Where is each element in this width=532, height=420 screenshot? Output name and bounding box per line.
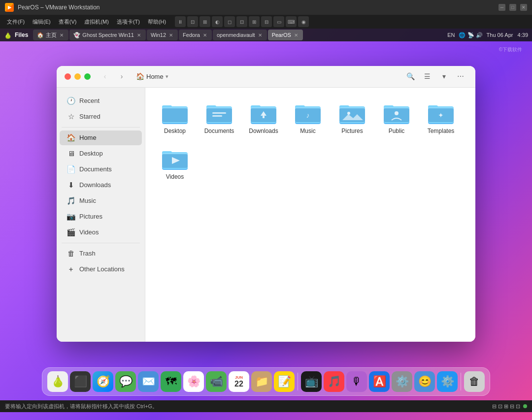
- toolbar-btn4[interactable]: ◐: [212, 16, 223, 27]
- folder-documents-label: Documents: [204, 128, 234, 134]
- view-options-button[interactable]: ▾: [437, 69, 451, 83]
- sidebar-item-home[interactable]: 🏠 Home: [60, 130, 142, 145]
- close-traffic-light[interactable]: [65, 73, 71, 80]
- folder-desktop[interactable]: Desktop: [155, 97, 195, 138]
- tab-fedora-close[interactable]: ✕: [202, 32, 208, 38]
- toolbar-btn5[interactable]: ◻: [224, 16, 235, 27]
- restore-button[interactable]: □: [509, 4, 516, 11]
- folder-downloads-label: Downloads: [249, 128, 278, 134]
- pear-app-icon: 🍐: [4, 32, 12, 39]
- dock-safari[interactable]: 🧭: [93, 371, 113, 392]
- tab-home[interactable]: 🏠 主页 ✕: [33, 30, 68, 40]
- maximize-traffic-light[interactable]: [84, 73, 91, 80]
- folder-templates[interactable]: ✦ Templates: [421, 97, 461, 138]
- dock-appstore[interactable]: 🅰️: [369, 371, 390, 392]
- toolbar-pause[interactable]: ⏸: [175, 16, 186, 27]
- dock-appletv[interactable]: 📺: [301, 371, 322, 392]
- minimize-button[interactable]: ─: [499, 4, 505, 11]
- close-button[interactable]: ✕: [520, 4, 527, 11]
- dock-trash[interactable]: 🗑: [464, 371, 485, 392]
- status-bar: 要将输入定向到该虚拟机，请将鼠标指针移入其中或按 Ctrl+G。 ⊟ ⊡ ⊞ ⊟…: [0, 400, 532, 412]
- view-list-button[interactable]: ☰: [420, 69, 434, 83]
- tab-pearos[interactable]: PearOS ✕: [268, 30, 303, 40]
- dock-messages[interactable]: 💬: [115, 371, 136, 392]
- tab-win12[interactable]: Win12 ✕: [147, 30, 178, 40]
- menu-vm[interactable]: 虚拟机(M): [81, 17, 112, 27]
- dock-finder2[interactable]: 😊: [414, 371, 435, 392]
- tab-pearos-close[interactable]: ✕: [293, 32, 299, 38]
- dock-music[interactable]: 🎵: [324, 371, 344, 392]
- documents-icon: 📄: [66, 165, 75, 174]
- menu-edit[interactable]: 编辑(E): [30, 17, 54, 27]
- toolbar-btn8[interactable]: ⊟: [261, 16, 272, 27]
- tab-openmediavault[interactable]: openmediavault ✕: [213, 30, 267, 40]
- sidebar-item-trash[interactable]: 🗑 Trash: [60, 246, 142, 261]
- folder-pictures[interactable]: Pictures: [332, 97, 372, 138]
- toolbar-btn3[interactable]: ⊞: [200, 16, 210, 27]
- sidebar-music-label: Music: [79, 197, 96, 204]
- svg-rect-10: [212, 112, 226, 114]
- tab-openmediavault-close[interactable]: ✕: [257, 32, 263, 38]
- tab-home-close[interactable]: ✕: [59, 32, 65, 38]
- dock-podcasts[interactable]: 🎙: [346, 371, 367, 392]
- folder-grid: Desktop Documents: [155, 97, 466, 184]
- toolbar-btn9[interactable]: ▭: [273, 16, 284, 27]
- dock-files[interactable]: 📁: [251, 371, 272, 392]
- music-icon: 🎵: [66, 196, 75, 205]
- folder-videos-icon: [161, 147, 189, 171]
- sidebar-item-documents[interactable]: 📄 Documents: [60, 162, 142, 177]
- folder-pictures-icon: [338, 101, 366, 125]
- tray-datetime: Thu 06 Apr 4:39: [487, 32, 528, 38]
- sidebar-item-other[interactable]: + Other Locations: [60, 262, 142, 277]
- downloads-icon: ⬇: [66, 181, 75, 190]
- tab-fedora[interactable]: Fedora ✕: [179, 30, 212, 40]
- other-icon: +: [66, 265, 75, 274]
- toolbar-btn10[interactable]: ⌨: [286, 16, 297, 27]
- sidebar-item-music[interactable]: 🎵 Music: [60, 194, 142, 208]
- dock-finder[interactable]: 🍐: [47, 371, 68, 392]
- sidebar-item-desktop[interactable]: 🖥 Desktop: [60, 146, 142, 161]
- tab-ghost[interactable]: 👻 Ghost Spectre Win11 ✕: [69, 30, 146, 40]
- tab-ghost-close[interactable]: ✕: [136, 32, 142, 38]
- sidebar-item-downloads[interactable]: ⬇ Downloads: [60, 178, 142, 193]
- location-bar: 🏠 Home ▾: [132, 72, 399, 80]
- dock-area: 🍐 ⬛ 🧭 💬 ✉️ 🗺 🌸 📹 JUN 22 📁 📝 📺 🎵 🎙 🅰️ ⚙️ …: [0, 366, 532, 400]
- folder-downloads[interactable]: Downloads: [244, 97, 283, 138]
- folder-music[interactable]: ♪ Music: [288, 97, 328, 138]
- dock-calendar[interactable]: JUN 22: [229, 371, 249, 392]
- dock-launchpad[interactable]: ⬛: [70, 371, 91, 392]
- starred-icon: ☆: [66, 112, 75, 121]
- sidebar-item-videos[interactable]: 🎬 Videos: [60, 225, 142, 240]
- dock-photos[interactable]: 🌸: [183, 371, 204, 392]
- trash-icon: 🗑: [66, 249, 75, 258]
- dock-facetime[interactable]: 📹: [206, 371, 227, 392]
- menu-view[interactable]: 查看(V): [56, 17, 80, 27]
- toolbar-btn7[interactable]: ⊞: [249, 16, 260, 27]
- dock-notes[interactable]: 📝: [274, 371, 295, 392]
- more-button[interactable]: ⋯: [454, 69, 467, 83]
- folder-videos[interactable]: Videos: [155, 143, 195, 184]
- search-button[interactable]: 🔍: [403, 69, 417, 83]
- dock-settings[interactable]: ⚙️: [392, 371, 412, 392]
- forward-button[interactable]: ›: [115, 70, 128, 83]
- sidebar-item-recent[interactable]: 🕐 Recent: [60, 94, 142, 108]
- menu-help[interactable]: 帮助(H): [145, 17, 169, 27]
- tab-win12-close[interactable]: ✕: [168, 32, 174, 38]
- dock-settings2[interactable]: ⚙️: [437, 371, 458, 392]
- sidebar-item-pictures[interactable]: 📷 Pictures: [60, 209, 142, 224]
- folder-public[interactable]: Public: [377, 97, 416, 138]
- menu-file[interactable]: 文件(F): [4, 17, 28, 27]
- sidebar-item-starred[interactable]: ☆ Starred: [60, 109, 142, 124]
- menu-tabs[interactable]: 选项卡(T): [114, 17, 143, 27]
- toolbar-btn11[interactable]: ◉: [298, 16, 309, 27]
- minimize-traffic-light[interactable]: [74, 73, 81, 80]
- dock-mail[interactable]: ✉️: [138, 371, 159, 392]
- toolbar-btn6[interactable]: ⊡: [236, 16, 247, 27]
- toolbar-btn2[interactable]: ⊡: [187, 16, 198, 27]
- folder-documents[interactable]: Documents: [200, 97, 239, 138]
- traffic-lights: [65, 73, 91, 80]
- dock-maps[interactable]: 🗺: [161, 371, 181, 392]
- back-button[interactable]: ‹: [99, 70, 111, 83]
- sidebar: 🕐 Recent ☆ Starred 🏠 Home 🖥 Desktop: [57, 88, 145, 342]
- tray-icons: 🌐 📡 🔊: [459, 32, 482, 38]
